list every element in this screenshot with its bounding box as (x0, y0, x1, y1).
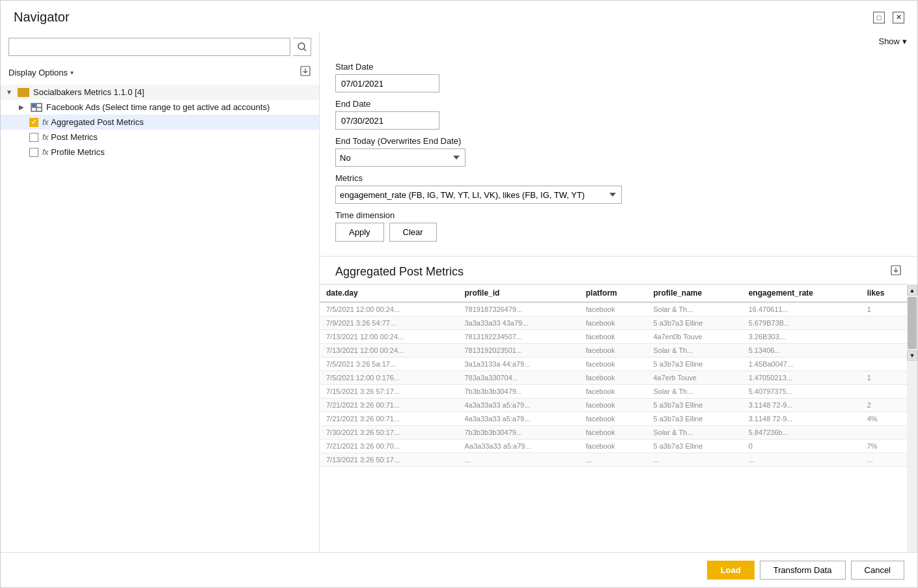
table-cell: 1.45Ba0047... (742, 357, 861, 371)
table-cell: 3a1a3133a 44:a79... (458, 357, 579, 371)
table-cell: ... (861, 453, 907, 467)
tree-item-label: Facebook Ads (Select time range to get a… (46, 102, 270, 112)
table-cell: 4a3a33a33 a5:a79... (458, 412, 579, 426)
apply-button[interactable]: Apply (335, 223, 384, 242)
cancel-button[interactable]: Cancel (851, 561, 904, 580)
search-bar (1, 31, 319, 63)
import-button[interactable] (299, 65, 311, 79)
table-cell: ... (647, 453, 742, 467)
table-cell: 1.47050213... (742, 371, 861, 385)
data-area: Aggregated Post Metrics (320, 257, 917, 552)
table-row: 7/21/2021 3:26 00:70...Aa3a33a33 a5:a79.… (320, 440, 907, 453)
start-date-input[interactable] (335, 74, 439, 92)
table-cell: facebook (579, 371, 647, 385)
table-row: 7/15/2021 3:26 57:17...7b3b3b3b30479...f… (320, 385, 907, 399)
table-row: 7/21/2021 3:26 00:71...4a3a33a33 a5:a79.… (320, 412, 907, 426)
form-buttons: Apply Clear (335, 223, 902, 242)
tree-area: ▼ Socialbakers Metrics 1.1.0 [4] ▶ (1, 85, 319, 552)
table-cell: 3a3a33a33 43a79... (458, 316, 579, 330)
form-area: Start Date End Date End Today (Overwrite… (320, 51, 917, 257)
table-cell: facebook (579, 302, 647, 316)
table-cell: 3.1148 72-9... (742, 412, 861, 426)
clear-button[interactable]: Clear (389, 223, 437, 242)
table-content: date.day profile_id platform profile_nam… (320, 284, 907, 552)
table-icon (31, 103, 42, 112)
table-cell: 7% (861, 440, 907, 453)
tree-item-profile-metrics[interactable]: fx Profile Metrics (1, 145, 319, 160)
table-cell (861, 330, 907, 344)
table-cell: Solar & Th... (647, 385, 742, 399)
tree-item-post-metrics[interactable]: fx Post Metrics (1, 130, 319, 145)
search-button[interactable] (293, 38, 311, 56)
table-scrollbar: ▲ ▼ (907, 284, 917, 552)
scroll-up-button[interactable]: ▲ (907, 285, 917, 296)
table-row: 7/30/2021 3:26 50:17...7b3b3b3b30479...f… (320, 426, 907, 440)
end-date-input[interactable] (335, 111, 439, 130)
table-cell: facebook (579, 357, 647, 371)
col-header-engagement-rate: engagement_rate (742, 285, 861, 303)
table-cell: 4a7en0b Touve (647, 330, 742, 344)
end-today-select[interactable]: No Yes (335, 148, 466, 167)
tree-checkbox-aggregated[interactable] (29, 118, 38, 127)
col-header-profile-id: profile_id (458, 285, 579, 303)
table-cell (861, 316, 907, 330)
table-cell: 7/21/2021 3:26 00:71... (320, 399, 458, 412)
end-date-label: End Date (335, 99, 902, 109)
right-header: Show ▾ (320, 31, 917, 51)
search-input[interactable] (8, 38, 290, 56)
table-cell: 4a7erb Touve (647, 371, 742, 385)
dialog-title: Navigator (14, 10, 70, 25)
tree-group-socialbakers[interactable]: ▼ Socialbakers Metrics 1.1.0 [4] (1, 85, 319, 100)
export-button[interactable] (890, 264, 902, 279)
table-cell: facebook (579, 330, 647, 344)
table-cell: 7/5/2021 12:00 0:176... (320, 371, 458, 385)
table-cell (861, 426, 907, 440)
minimize-button[interactable]: □ (873, 12, 885, 23)
table-cell: 7/13/2021 12:00 00:24... (320, 344, 458, 357)
start-date-row: Start Date (335, 62, 902, 92)
table-cell: 7/5/2021 3:26 5a:17... (320, 357, 458, 371)
svg-point-0 (298, 43, 305, 49)
folder-icon (18, 88, 29, 97)
table-cell: 5.847236b... (742, 426, 861, 440)
data-table: date.day profile_id platform profile_nam… (320, 284, 907, 467)
table-row: 7/13/2021 12:00 00:24...7813192023501...… (320, 344, 907, 357)
scroll-down-button[interactable]: ▼ (907, 350, 917, 361)
metrics-select[interactable]: engagement_rate (FB, IG, TW, YT, LI, VK)… (335, 186, 622, 204)
table-cell: facebook (579, 399, 647, 412)
table-row: 7/5/2021 3:26 5a:17...3a1a3133a 44:a79..… (320, 357, 907, 371)
navigator-dialog: Navigator □ ✕ Display Option (0, 0, 918, 588)
maximize-button[interactable]: ✕ (893, 12, 904, 23)
tree-item-facebook-ads[interactable]: ▶ Facebook Ads (Select time range to get… (1, 100, 319, 115)
end-today-label: End Today (Overwrites End Date) (335, 136, 902, 146)
display-options-button[interactable]: Display Options ▾ (8, 68, 74, 77)
table-cell: 7/30/2021 3:26 50:17... (320, 426, 458, 440)
right-panel: Show ▾ Start Date End Date End Today (Ov… (320, 31, 917, 552)
table-cell: 7/5/2021 12:00 00:24... (320, 302, 458, 316)
table-cell: 7b3b3b3b30479... (458, 385, 579, 399)
fx-icon: fx (42, 118, 48, 127)
transform-data-button[interactable]: Transform Data (760, 561, 846, 580)
main-content: Display Options ▾ ▼ Socialbaker (1, 31, 917, 552)
tree-checkbox-post[interactable] (29, 133, 38, 142)
tree-checkbox-profile[interactable] (29, 148, 38, 157)
table-cell: 5 a3b7a3 Elline (647, 412, 742, 426)
tree-item-aggregated-post-metrics[interactable]: fx Aggregated Post Metrics (1, 115, 319, 130)
table-row: 7/5/2021 12:00 00:24...7819187326479...f… (320, 302, 907, 316)
table-cell: 7819187326479... (458, 302, 579, 316)
display-options-label-text: Display Options (8, 68, 68, 77)
show-dropdown[interactable]: Show ▾ (878, 36, 907, 46)
tree-expand-icon: ▼ (6, 89, 16, 96)
tree-group-label: Socialbakers Metrics 1.1.0 [4] (33, 87, 145, 97)
load-button[interactable]: Load (707, 561, 755, 580)
col-header-platform: platform (579, 285, 647, 303)
table-scroll-area: date.day profile_id platform profile_nam… (320, 284, 917, 552)
fx-icon: fx (42, 148, 48, 157)
table-cell: Solar & Th... (647, 344, 742, 357)
scroll-thumb[interactable] (908, 297, 917, 349)
data-table-title: Aggregated Post Metrics (335, 265, 464, 279)
table-cell: 7/13/2021 12:00 00:24... (320, 330, 458, 344)
metrics-label: Metrics (335, 173, 902, 183)
table-cell: facebook (579, 412, 647, 426)
table-cell: 7813192023501... (458, 344, 579, 357)
